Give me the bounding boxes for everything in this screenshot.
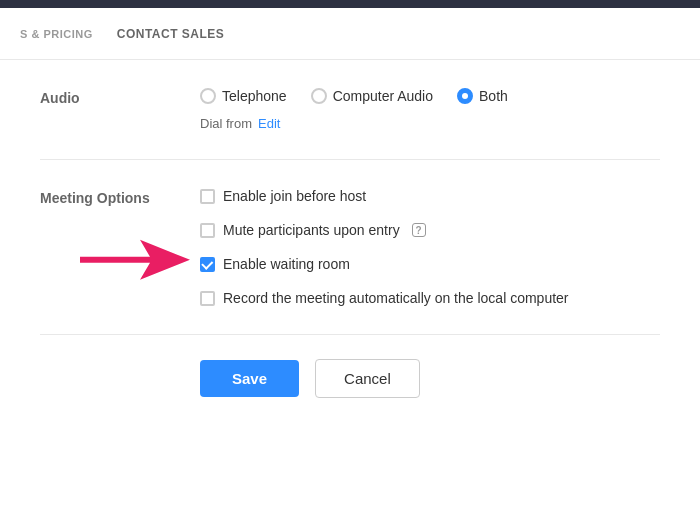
radio-computer-label: Computer Audio <box>333 88 433 104</box>
checkbox-mute-participants[interactable]: Mute participants upon entry ? <box>200 222 660 238</box>
mute-info-icon: ? <box>412 223 426 237</box>
nav-bar: S & PRICING CONTACT SALES <box>0 8 700 60</box>
dial-from-text: Dial from <box>200 116 252 131</box>
arrow-container <box>80 235 190 288</box>
audio-radio-group: Telephone Computer Audio Both <box>200 88 660 104</box>
checkbox-mute-participants-box <box>200 223 215 238</box>
checkbox-waiting-room-box <box>200 257 215 272</box>
edit-link[interactable]: Edit <box>258 116 280 131</box>
radio-telephone-label: Telephone <box>222 88 287 104</box>
radio-telephone[interactable]: Telephone <box>200 88 287 104</box>
audio-section: Audio Telephone Computer Audio Both Dial… <box>40 60 660 160</box>
save-button[interactable]: Save <box>200 360 299 397</box>
meeting-options-section: Meeting Options Enable join before host … <box>40 160 660 335</box>
checkbox-waiting-room-label: Enable waiting room <box>223 256 350 272</box>
cancel-button[interactable]: Cancel <box>315 359 420 398</box>
radio-telephone-circle <box>200 88 216 104</box>
top-bar <box>0 0 700 8</box>
checkbox-waiting-room[interactable]: Enable waiting room <box>200 256 660 272</box>
checkbox-record-automatically-box <box>200 291 215 306</box>
radio-both[interactable]: Both <box>457 88 508 104</box>
nav-item-pricing[interactable]: S & PRICING <box>20 24 93 44</box>
audio-label: Audio <box>40 88 200 106</box>
checkbox-mute-participants-label: Mute participants upon entry <box>223 222 400 238</box>
svg-marker-0 <box>80 240 190 280</box>
checkbox-record-automatically-label: Record the meeting automatically on the … <box>223 290 569 306</box>
arrow-icon <box>80 235 190 285</box>
radio-computer-circle <box>311 88 327 104</box>
buttons-section: Save Cancel <box>40 335 660 422</box>
meeting-options-content: Enable join before host Mute participant… <box>200 188 660 306</box>
radio-both-label: Both <box>479 88 508 104</box>
radio-computer-audio[interactable]: Computer Audio <box>311 88 433 104</box>
checkbox-join-before-host-box <box>200 189 215 204</box>
nav-item-contact-sales[interactable]: CONTACT SALES <box>117 23 225 45</box>
checkbox-group: Enable join before host Mute participant… <box>200 188 660 306</box>
checkbox-record-automatically[interactable]: Record the meeting automatically on the … <box>200 290 660 306</box>
checkbox-join-before-host[interactable]: Enable join before host <box>200 188 660 204</box>
checkbox-join-before-host-label: Enable join before host <box>223 188 366 204</box>
audio-options: Telephone Computer Audio Both Dial from … <box>200 88 660 131</box>
dial-from-row: Dial from Edit <box>200 116 660 131</box>
content: Audio Telephone Computer Audio Both Dial… <box>0 60 700 422</box>
radio-both-circle <box>457 88 473 104</box>
meeting-options-label: Meeting Options <box>40 188 200 206</box>
